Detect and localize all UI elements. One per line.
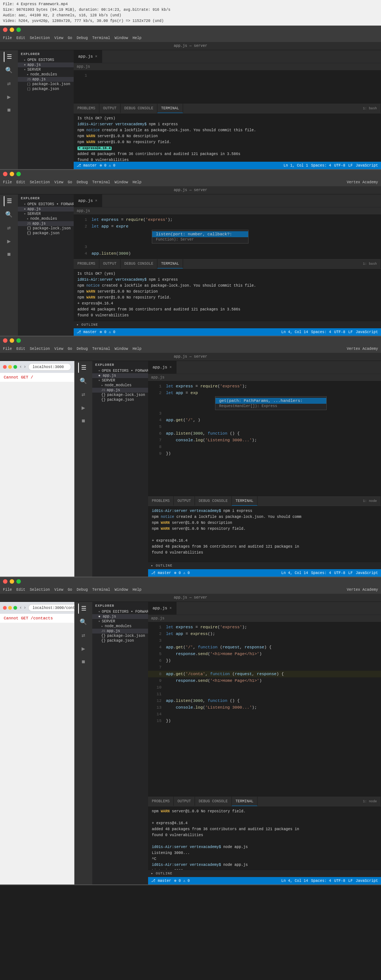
panel-tab-output-1[interactable]: OUTPUT xyxy=(99,104,121,113)
terminal-tab-4[interactable]: TERMINAL xyxy=(232,797,257,806)
minimize-button-2[interactable] xyxy=(10,172,14,176)
menu-window-4[interactable]: Window xyxy=(115,588,128,592)
git-icon[interactable]: ⇄ xyxy=(4,78,14,89)
editor-content-4[interactable]: 1 let express = require('express'); 2 le… xyxy=(148,622,381,797)
browser-minimize-4[interactable] xyxy=(8,606,12,610)
browser-maximize-4[interactable] xyxy=(13,606,17,610)
panel-tab-terminal-1[interactable]: TERMINAL xyxy=(157,104,183,113)
menu-selection[interactable]: Selection xyxy=(30,36,50,40)
browser-minimize-3[interactable] xyxy=(8,365,12,369)
search-icon[interactable]: 🔍 xyxy=(4,65,14,75)
menu-terminal-3[interactable]: Terminal xyxy=(92,347,110,351)
browser-back-4[interactable]: ‹ xyxy=(19,605,22,611)
search-icon-3[interactable]: 🔍 xyxy=(78,376,89,386)
menu-window-3[interactable]: Window xyxy=(115,347,128,351)
menu-edit-4[interactable]: Edit xyxy=(16,588,25,592)
search-icon-4[interactable]: 🔍 xyxy=(78,617,89,627)
maximize-button[interactable] xyxy=(16,27,21,32)
minimize-button[interactable] xyxy=(10,27,14,32)
output-tab-4[interactable]: OUTPUT xyxy=(174,797,195,806)
menu-go-4[interactable]: Go xyxy=(68,588,72,592)
git-icon-3[interactable]: ⇄ xyxy=(78,389,89,400)
open-editors-3[interactable]: ▾ OPEN EDITORS • FORWARD xyxy=(92,368,148,373)
menu-selection-3[interactable]: Selection xyxy=(30,347,50,351)
menu-terminal[interactable]: Terminal xyxy=(92,36,110,40)
browser-url-bar-3[interactable]: localhost:3000 xyxy=(28,363,71,371)
maximize-button-4[interactable] xyxy=(16,579,21,584)
tab-close-4[interactable]: × xyxy=(170,606,172,611)
terminal-content-2[interactable]: Is this OK? (yes) id01s-Air:server verte… xyxy=(74,269,381,321)
menu-file-2[interactable]: File xyxy=(3,180,12,185)
menu-help-3[interactable]: Help xyxy=(132,347,141,351)
menu-edit-2[interactable]: Edit xyxy=(16,180,25,185)
sidebar-pkglock-3[interactable]: {} package-lock.json xyxy=(92,393,148,398)
maximize-button-2[interactable] xyxy=(16,172,21,176)
sidebar-package[interactable]: {} package.json xyxy=(18,87,74,91)
debug-icon-4[interactable]: ▶ xyxy=(78,644,89,654)
menu-view-3[interactable]: View xyxy=(54,347,63,351)
menu-file-3[interactable]: File xyxy=(3,347,12,351)
menu-selection-2[interactable]: Selection xyxy=(30,180,50,185)
sidebar-packagelock-2[interactable]: {} package-lock.json xyxy=(18,226,74,231)
extensions-icon-2[interactable]: ■ xyxy=(4,250,14,260)
search-icon-2[interactable]: 🔍 xyxy=(4,209,14,220)
menu-terminal-4[interactable]: Terminal xyxy=(92,588,110,592)
editor-content-2[interactable]: 1 let express = require('express'); 2 le… xyxy=(74,215,381,259)
sidebar-appjs-open-3[interactable]: ● app.js xyxy=(92,373,148,378)
terminal-content-4[interactable]: npm WARN server@1.0.0 No repository fiel… xyxy=(148,807,381,870)
sidebar-appjs-open-2[interactable]: ● app.js xyxy=(18,207,74,212)
sidebar-appjs-2[interactable]: JS app.js xyxy=(18,221,74,226)
editor-content-1[interactable]: 1 xyxy=(74,71,381,104)
extensions-icon-4[interactable]: ■ xyxy=(78,657,89,667)
debug-tab-2[interactable]: DEBUG CONSOLE xyxy=(121,259,157,269)
sidebar-server-section[interactable]: ▾ SERVER xyxy=(18,67,74,72)
browser-maximize-3[interactable] xyxy=(13,365,17,369)
problems-tab-4[interactable]: PROBLEMS xyxy=(148,797,174,806)
sidebar-package-2[interactable]: {} package.json xyxy=(18,231,74,236)
explorer-icon-2[interactable]: ☰ xyxy=(4,196,14,206)
minimize-button-3[interactable] xyxy=(10,338,14,343)
extensions-icon[interactable]: ■ xyxy=(4,105,14,116)
menu-view[interactable]: View xyxy=(54,36,63,40)
sidebar-pkglock-4[interactable]: {} package-lock.json xyxy=(92,633,148,638)
menu-debug-3[interactable]: Debug xyxy=(77,347,88,351)
explorer-icon-3[interactable]: ☰ xyxy=(78,363,89,373)
browser-close-3[interactable] xyxy=(3,365,7,369)
close-button[interactable] xyxy=(3,27,8,32)
sidebar-node-modules-2[interactable]: ▸ node_modules xyxy=(18,216,74,221)
menu-go-2[interactable]: Go xyxy=(68,180,72,185)
output-tab-3[interactable]: OUTPUT xyxy=(174,496,195,506)
open-editors-section[interactable]: ▸ OPEN EDITORS xyxy=(18,57,74,62)
sidebar-node-modules-4[interactable]: ▸ node_modules xyxy=(92,624,148,629)
tab-close-2[interactable]: × xyxy=(95,199,97,203)
sidebar-appjs-open-4[interactable]: ● app.js xyxy=(92,614,148,619)
open-editors-section-2[interactable]: ▾ OPEN EDITORS • FORWARD xyxy=(18,202,74,207)
extensions-icon-3[interactable]: ■ xyxy=(78,416,89,426)
debug-tab-3[interactable]: DEBUG CONSOLE xyxy=(195,496,232,506)
menu-view-4[interactable]: View xyxy=(54,588,63,592)
browser-forward-4[interactable]: › xyxy=(24,605,26,611)
terminal-content-3[interactable]: id01s-Air:server vertexacademy$ npm i ex… xyxy=(148,506,381,562)
debug-icon-3[interactable]: ▶ xyxy=(78,402,89,413)
editor-content-3[interactable]: 1 let express = require('express'); 2 le… xyxy=(148,382,381,496)
explorer-icon-4[interactable]: ☰ xyxy=(78,603,89,614)
tab-appjs-2[interactable]: app.js × xyxy=(74,194,102,207)
sidebar-node-modules-3[interactable]: ▸ node_modules xyxy=(92,383,148,388)
git-icon-2[interactable]: ⇄ xyxy=(4,223,14,233)
browser-close-4[interactable] xyxy=(3,606,7,610)
menu-help-2[interactable]: Help xyxy=(132,180,141,185)
menu-debug[interactable]: Debug xyxy=(77,36,88,40)
git-icon-4[interactable]: ⇄ xyxy=(78,630,89,641)
menu-window[interactable]: Window xyxy=(115,36,128,40)
close-button-2[interactable] xyxy=(3,172,8,176)
menu-go[interactable]: Go xyxy=(68,36,72,40)
menu-selection-4[interactable]: Selection xyxy=(30,588,50,592)
menu-go-3[interactable]: Go xyxy=(68,347,72,351)
sidebar-packagelock[interactable]: {} package-lock.json xyxy=(18,82,74,87)
menu-help-4[interactable]: Help xyxy=(132,588,141,592)
menu-help[interactable]: Help xyxy=(132,36,141,40)
sidebar-pkg-4[interactable]: {} package.json xyxy=(92,638,148,643)
terminal-tab-3[interactable]: TERMINAL xyxy=(232,496,257,506)
open-editors-4[interactable]: ▾ OPEN EDITORS • FORWARD xyxy=(92,609,148,614)
sidebar-item-appjs[interactable]: ● app.js xyxy=(18,62,74,67)
